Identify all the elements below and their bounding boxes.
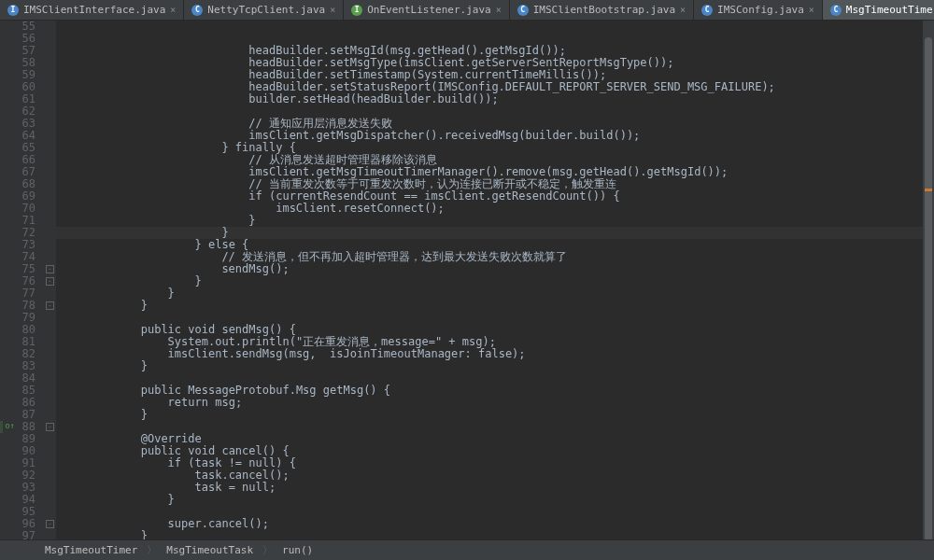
editor-tabs: IIMSClientInterface.java×CNettyTcpClient… — [0, 0, 934, 21]
close-icon[interactable]: × — [330, 5, 335, 15]
tab-label: IMSClientBootstrap.java — [533, 4, 675, 16]
tab-imsconfig-java[interactable]: CIMSConfig.java× — [694, 0, 823, 20]
close-icon[interactable]: × — [496, 5, 502, 15]
code-line[interactable]: } — [60, 409, 934, 421]
fold-toggle-icon[interactable]: - — [46, 265, 54, 273]
line-number-gutter: 5556575859606162636465666768697071727374… — [0, 21, 45, 539]
file-type-icon: I — [7, 5, 19, 16]
code-line[interactable]: } — [60, 275, 934, 287]
close-icon[interactable]: × — [680, 5, 686, 15]
close-icon[interactable]: × — [809, 5, 814, 15]
tab-label: IMSConfig.java — [717, 4, 804, 16]
file-type-icon: C — [701, 5, 713, 16]
fold-toggle-icon[interactable]: - — [46, 277, 54, 286]
tab-imsclientinterface-java[interactable]: IIMSClientInterface.java× — [0, 0, 184, 20]
line-number: 97 — [0, 530, 35, 539]
file-type-icon: I — [351, 5, 362, 16]
override-method-icon[interactable]: o↑ — [4, 421, 15, 432]
tab-oneventlistener-java[interactable]: IOnEventListener.java× — [344, 0, 509, 20]
fold-toggle-icon[interactable]: - — [46, 423, 54, 431]
tab-label: MsgTimeoutTimer.java — [846, 4, 934, 16]
code-line[interactable]: } — [60, 360, 934, 372]
code-line[interactable]: super.cancel(); — [60, 518, 934, 530]
fold-toggle-icon[interactable]: - — [46, 301, 54, 310]
close-icon[interactable]: × — [170, 5, 176, 15]
code-line[interactable]: } — [60, 300, 934, 312]
breadcrumb-item[interactable]: MsgTimeoutTimer — [45, 544, 137, 556]
code-line[interactable]: imsClient.sendMsg(msg, isJoinTimeoutMana… — [60, 348, 934, 360]
fold-gutter: ----- — [45, 21, 56, 539]
code-area[interactable]: headBuilder.setMsgId(msg.getHead().getMs… — [56, 21, 934, 539]
code-line[interactable]: } — [60, 530, 934, 539]
chevron-right-icon: 〉 — [262, 543, 273, 557]
tab-msgtimeouttimer-java[interactable]: CMsgTimeoutTimer.java× — [823, 0, 934, 20]
breadcrumb-item[interactable]: run() — [282, 544, 313, 556]
code-line[interactable]: } — [60, 287, 934, 300]
file-type-icon: C — [830, 5, 842, 16]
file-type-icon: C — [191, 5, 203, 16]
breadcrumb-bar: MsgTimeoutTimer〉MsgTimeoutTask〉run() — [0, 539, 934, 560]
code-line[interactable]: task = null; — [60, 482, 934, 494]
breadcrumb-item[interactable]: MsgTimeoutTask — [166, 544, 253, 556]
code-line[interactable]: } — [60, 494, 934, 506]
tab-label: OnEventListener.java — [367, 4, 490, 16]
code-line[interactable]: builder.setHead(headBuilder.build()); — [60, 93, 934, 105]
tab-nettytcpclient-java[interactable]: CNettyTcpClient.java× — [184, 0, 344, 20]
code-line[interactable]: return msg; — [60, 397, 934, 409]
chevron-right-icon: 〉 — [147, 543, 157, 557]
fold-toggle-icon[interactable]: - — [46, 520, 54, 528]
tab-label: NettyTcpClient.java — [207, 4, 325, 16]
tab-label: IMSClientInterface.java — [23, 4, 165, 16]
file-type-icon: C — [517, 5, 529, 16]
coverage-marker — [0, 421, 3, 433]
tab-imsclientbootstrap-java[interactable]: CIMSClientBootstrap.java× — [510, 0, 694, 20]
editor-area: 5556575859606162636465666768697071727374… — [0, 21, 934, 539]
